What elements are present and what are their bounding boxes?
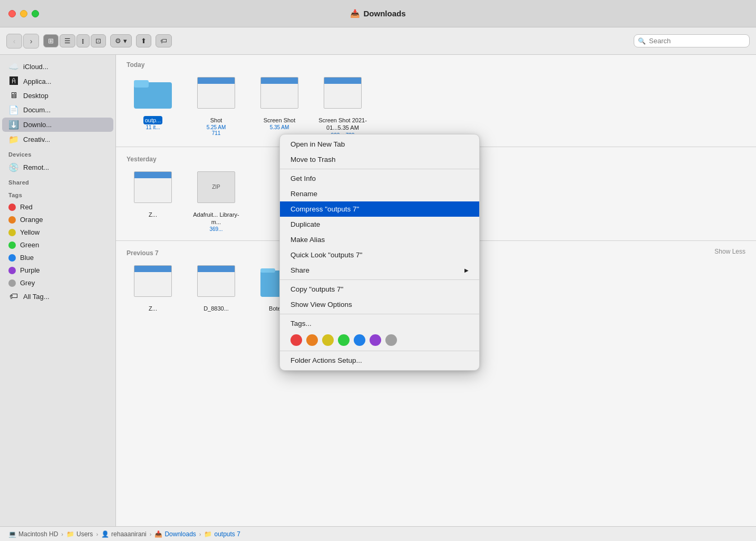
- tag-purple-circle[interactable]: [370, 334, 381, 346]
- menu-make-alias[interactable]: Make Alias: [280, 232, 479, 247]
- sidebar-item-tag-yellow[interactable]: Yellow: [2, 226, 113, 238]
- forward-button[interactable]: ›: [23, 34, 39, 49]
- sort-button[interactable]: ⚙ ▾: [110, 34, 132, 47]
- tag-grey-circle[interactable]: [385, 334, 397, 346]
- menu-compress[interactable]: Compress "outputs 7": [280, 201, 479, 217]
- screenshot2-thumb: [258, 72, 301, 114]
- menu-show-view-options[interactable]: Show View Options: [280, 297, 479, 312]
- view-columns-button[interactable]: ⫿: [76, 34, 90, 47]
- screenshot2-name: Screen Shot: [262, 116, 297, 124]
- breadcrumb-users[interactable]: 📁 Users: [66, 530, 93, 538]
- minimize-button[interactable]: [20, 10, 27, 17]
- sidebar-item-tag-red[interactable]: Red: [2, 201, 113, 213]
- tags-header: Tags: [0, 188, 115, 200]
- tag-blue-circle[interactable]: [354, 334, 365, 346]
- view-gallery-button[interactable]: ⊡: [91, 34, 106, 47]
- sidebar-item-tag-green[interactable]: Green: [2, 239, 113, 251]
- sidebar-item-documents[interactable]: 📄 Docum...: [2, 103, 113, 117]
- breadcrumb-outputs7[interactable]: 📁 outputs 7: [204, 530, 240, 538]
- gallery-icon: ⊡: [95, 37, 101, 45]
- tag-green-circle[interactable]: [338, 334, 350, 346]
- tag-red-circle[interactable]: [290, 334, 302, 346]
- previous7-section-label: Previous 7: [116, 243, 169, 260]
- applications-icon: 🅰: [8, 76, 19, 86]
- orange-dot: [8, 216, 16, 224]
- view-list-button[interactable]: ☰: [60, 34, 75, 47]
- menu-copy[interactable]: Copy "outputs 7": [280, 282, 479, 297]
- menu-open-new-tab[interactable]: Open in New Tab: [280, 137, 479, 152]
- user-icon: 👤: [101, 530, 109, 538]
- sidebar-item-downloads[interactable]: ⬇️ Downlo...: [2, 118, 113, 132]
- file-item-adafruit[interactable]: ZIP Adafruit... Library-m... 369...: [190, 166, 243, 233]
- blue-dot: [8, 254, 16, 262]
- title-folder-icon: 📥: [350, 9, 360, 18]
- sidebar-item-applications[interactable]: 🅰 Applica...: [2, 74, 113, 88]
- sidebar-item-remote[interactable]: 💿 Remot...: [2, 160, 113, 175]
- menu-get-info[interactable]: Get Info: [280, 171, 479, 186]
- desktop-icon: 🖥: [8, 91, 19, 100]
- sidebar-item-tag-blue[interactable]: Blue: [2, 252, 113, 264]
- menu-rename[interactable]: Rename: [280, 186, 479, 201]
- file-item-prev1[interactable]: Z...: [127, 260, 179, 313]
- window-title: 📥 Downloads: [350, 9, 405, 18]
- file-item-screenshot2[interactable]: Screen Shot 5.35 AM: [253, 72, 306, 138]
- share-button[interactable]: ⬆: [136, 34, 151, 47]
- menu-show-view-options-label: Show View Options: [290, 301, 352, 308]
- sidebar-label-remote: Remot...: [23, 163, 107, 171]
- maximize-button[interactable]: [32, 10, 39, 17]
- sidebar-label-desktop: Desktop: [23, 92, 107, 100]
- adafruit-meta: 369...: [209, 226, 222, 232]
- sep4: ›: [199, 531, 201, 537]
- sidebar-item-icloud[interactable]: ☁️ iCloud...: [2, 60, 113, 74]
- menu-duplicate[interactable]: Duplicate: [280, 217, 479, 232]
- sidebar-item-tag-grey[interactable]: Grey: [2, 277, 113, 289]
- tag-label-purple: Purple: [20, 266, 107, 274]
- status-bar: 💻 Macintosh HD › 📁 Users › 👤 rehaaaniran…: [0, 526, 756, 541]
- menu-quick-look[interactable]: Quick Look "outputs 7": [280, 247, 479, 263]
- sidebar-item-desktop[interactable]: 🖥 Desktop: [2, 89, 113, 102]
- sidebar-item-tag-orange[interactable]: Orange: [2, 214, 113, 226]
- separator-2: [280, 279, 479, 280]
- menu-get-info-label: Get Info: [290, 175, 316, 182]
- breadcrumb-user[interactable]: 👤 rehaaanirani: [101, 530, 147, 538]
- title-text: Downloads: [363, 9, 405, 18]
- outputs7-thumb: [132, 72, 174, 114]
- tag-yellow-circle[interactable]: [322, 334, 334, 346]
- user-label: rehaaanirani: [111, 530, 147, 538]
- sidebar-item-label: iCloud...: [23, 63, 107, 71]
- svg-rect-2: [134, 80, 149, 84]
- prev1-name: Z...: [147, 304, 159, 313]
- folder-svg-outputs7: [134, 77, 172, 109]
- purple-dot: [8, 267, 16, 274]
- file-item-screenshot3[interactable]: Screen Shot 2021-01...5.35 AM 803 × 708: [316, 72, 369, 138]
- search-input[interactable]: [634, 34, 750, 47]
- icloud-icon: ☁️: [8, 62, 19, 72]
- breadcrumb-downloads[interactable]: 📥 Downloads: [154, 530, 196, 538]
- columns-icon: ⫿: [81, 37, 85, 45]
- yesterday1-thumb: [132, 166, 174, 208]
- file-item-yesterday1[interactable]: Z...: [127, 166, 179, 233]
- menu-folder-actions[interactable]: Folder Actions Setup...: [280, 353, 479, 368]
- tag-orange-circle[interactable]: [306, 334, 318, 346]
- close-button[interactable]: [8, 10, 16, 17]
- show-less-button[interactable]: Show Less: [714, 248, 745, 255]
- menu-move-trash[interactable]: Move to Trash: [280, 152, 479, 167]
- menu-share[interactable]: Share ▶: [280, 263, 479, 278]
- sidebar-item-all-tags[interactable]: 🏷 All Tag...: [2, 289, 113, 303]
- file-item-d8830[interactable]: D_8830...: [190, 260, 243, 313]
- file-item-screenshot1[interactable]: Shot 5.25 AM 711: [190, 72, 243, 138]
- file-item-outputs7[interactable]: outp... 11 it...: [127, 72, 179, 138]
- sidebar-item-tag-purple[interactable]: Purple: [2, 264, 113, 276]
- breadcrumb-macintosh[interactable]: 💻 Macintosh HD: [8, 530, 58, 538]
- sidebar-label-documents: Docum...: [23, 106, 107, 114]
- d8830-name: D_8830...: [202, 304, 230, 313]
- sep3: ›: [150, 531, 152, 537]
- shared-header: Shared: [0, 175, 115, 188]
- view-grid-button[interactable]: ⊞: [43, 34, 59, 47]
- tag-button[interactable]: 🏷: [156, 34, 172, 47]
- main-layout: ☁️ iCloud... 🅰 Applica... 🖥 Desktop 📄 Do…: [0, 55, 756, 526]
- menu-tags[interactable]: Tags...: [280, 316, 479, 331]
- sidebar-item-creative[interactable]: 📁 Creativ...: [2, 132, 113, 147]
- back-button[interactable]: ‹: [6, 34, 22, 49]
- tags-color-row: [280, 331, 479, 349]
